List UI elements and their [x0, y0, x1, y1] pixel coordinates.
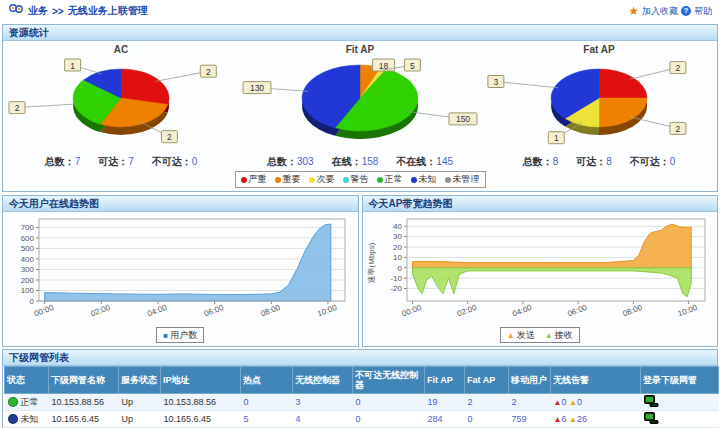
svg-text:06:00: 06:00	[203, 303, 225, 318]
breadcrumb-business-link[interactable]: 业务	[28, 4, 48, 18]
pie-stat-fitap-2: 不在线：145	[396, 156, 453, 167]
user-trend-legend: ■用户数	[3, 327, 358, 343]
svg-text:0: 0	[397, 264, 402, 273]
alarm-cell: ▲0 ▲0	[551, 394, 641, 411]
pie-chart-ac[interactable]: 2 2 2 1	[7, 56, 235, 153]
svg-text:2: 2	[206, 67, 211, 77]
resource-stats-panel: 资源统计 AC 2 2 2 1 总数：7可达：7不可达：0Fit AP 18 5…	[2, 24, 718, 192]
pie-chart-fitap[interactable]: 18 5 150 130	[241, 56, 479, 153]
alarm-cell: ▲6 ▲26	[551, 411, 641, 428]
status-icon	[8, 414, 18, 424]
favorite-star-icon[interactable]: ★	[628, 4, 639, 18]
nms-table: 状态下级网管名称服务状态IP地址热点无线控制器不可达无线控制器Fit APFat…	[4, 366, 719, 428]
svg-text:08:00: 08:00	[621, 303, 643, 318]
svg-text:02:00: 02:00	[89, 303, 111, 318]
add-favorite-link[interactable]: 加入收藏	[642, 5, 678, 18]
pie-stats-fitap: 总数：303在线：158不在线：145	[241, 155, 479, 170]
pie-stat-fitap-0: 总数：303	[267, 156, 314, 167]
severity-dot	[377, 177, 383, 183]
ip-address: 10.165.6.45	[161, 411, 241, 428]
controller-count-link[interactable]: 4	[296, 414, 301, 424]
unreachable-controller-count-link[interactable]: 0	[356, 397, 361, 407]
col-header-3: IP地址	[161, 367, 241, 394]
severity-dot	[445, 177, 451, 183]
pie-stat-fatap-1: 可达：8	[576, 156, 612, 167]
pie-stats-fatap: 总数：8可达：8不可达：0	[485, 155, 713, 170]
svg-text:04:00: 04:00	[146, 303, 168, 318]
resource-stats-header: 资源统计	[3, 25, 717, 41]
hotspot-count-link[interactable]: 0	[244, 397, 249, 407]
legend-box-user_trend: ■用户数	[156, 327, 204, 343]
svg-text:20: 20	[393, 243, 402, 252]
svg-text:130: 130	[250, 83, 264, 93]
status-badge: 正常	[8, 396, 46, 409]
severity-dot	[241, 177, 247, 183]
page-title: 无线业务上联管理	[68, 4, 148, 18]
pie-stat-fitap-1: 在线：158	[332, 156, 379, 167]
legend-item-user_trend-0: ■用户数	[163, 329, 197, 342]
col-header-2: 服务状态	[119, 367, 161, 394]
table-row: 未知 10.165.6.45 Up 10.165.6.45 5 4 0 284 …	[5, 411, 719, 428]
severity-legend: 严重重要次要警告正常未知未管理	[235, 171, 486, 188]
col-header-0: 状态	[5, 367, 49, 394]
nms-table-panel: 下级网管列表 状态下级网管名称服务状态IP地址热点无线控制器不可达无线控制器Fi…	[2, 349, 718, 428]
fat-ap-count-link[interactable]: 0	[468, 414, 473, 424]
col-header-5: 无线控制器	[293, 367, 353, 394]
svg-text:06:00: 06:00	[566, 303, 588, 318]
pie-stat-fatap-0: 总数：8	[523, 156, 559, 167]
major-alarm-count[interactable]: 26	[577, 414, 587, 424]
breadcrumb: 业务 >> 无线业务上联管理	[8, 3, 148, 19]
nms-name: 10.165.6.45	[49, 411, 119, 428]
pie-stats-ac: 总数：7可达：7不可达：0	[7, 155, 235, 170]
mobile-user-count-link[interactable]: 2	[512, 397, 517, 407]
severity-legend-item-2: 次要	[309, 173, 335, 186]
svg-text:700: 700	[21, 223, 35, 232]
svg-text:400: 400	[21, 255, 35, 264]
fit-ap-count-link[interactable]: 19	[428, 397, 438, 407]
pie-block-ac: AC 2 2 2 1 总数：7可达：7不可达：0	[7, 43, 235, 170]
svg-text:00:00: 00:00	[400, 303, 422, 318]
help-link[interactable]: 帮助	[694, 5, 712, 18]
topbar-actions: ★ 加入收藏 ? 帮助	[628, 4, 712, 18]
legend-box-ap_trend: ▲发送▲接收	[500, 327, 580, 343]
page: 业务 >> 无线业务上联管理 ★ 加入收藏 ? 帮助 资源统计 AC 2 2 2…	[0, 0, 720, 428]
col-header-8: Fat AP	[465, 367, 509, 394]
hotspot-count-link[interactable]: 5	[244, 414, 249, 424]
svg-text:0: 0	[30, 297, 35, 306]
pie-block-fatap: Fat AP 2 2 1 3 总数：8可达：8不可达：0	[485, 43, 713, 170]
col-header-4: 热点	[241, 367, 293, 394]
service-status: Up	[119, 411, 161, 428]
severity-legend-item-0: 严重	[241, 173, 267, 186]
mobile-user-count-link[interactable]: 759	[512, 414, 527, 424]
pie-title-ac: AC	[7, 43, 235, 56]
critical-alarm-count[interactable]: 6	[561, 414, 566, 424]
svg-text:10: 10	[393, 253, 402, 262]
svg-text:2: 2	[167, 132, 172, 142]
ip-address: 10.153.88.56	[161, 394, 241, 411]
major-alarm-icon: ▲	[569, 415, 577, 424]
ap-trend-legend: ▲发送▲接收	[363, 327, 718, 343]
pie-stat-ac-0: 总数：7	[45, 156, 81, 167]
app-icon	[8, 3, 24, 19]
col-header-6: 不可达无线控制器	[353, 367, 425, 394]
unreachable-controller-count-link[interactable]: 0	[356, 414, 361, 424]
svg-text:1: 1	[554, 133, 559, 143]
login-icon[interactable]	[644, 416, 659, 426]
severity-legend-item-1: 重要	[275, 173, 301, 186]
login-icon[interactable]	[644, 399, 659, 409]
svg-text:10:00: 10:00	[676, 303, 698, 318]
critical-alarm-count[interactable]: 0	[561, 397, 566, 407]
help-icon[interactable]: ?	[681, 6, 691, 16]
topbar: 业务 >> 无线业务上联管理 ★ 加入收藏 ? 帮助	[0, 0, 720, 22]
service-status: Up	[119, 394, 161, 411]
controller-count-link[interactable]: 3	[296, 397, 301, 407]
status-badge: 未知	[8, 413, 46, 426]
fit-ap-count-link[interactable]: 284	[428, 414, 443, 424]
nms-name: 10.153.88.56	[49, 394, 119, 411]
pie-chart-fatap[interactable]: 2 2 1 3	[485, 56, 713, 153]
col-header-7: Fit AP	[425, 367, 465, 394]
severity-dot	[343, 177, 349, 183]
fat-ap-count-link[interactable]: 2	[468, 397, 473, 407]
pie-block-fitap: Fit AP 18 5 150 130 总数：303在线：158不在线：145	[241, 43, 479, 170]
major-alarm-count[interactable]: 0	[577, 397, 582, 407]
